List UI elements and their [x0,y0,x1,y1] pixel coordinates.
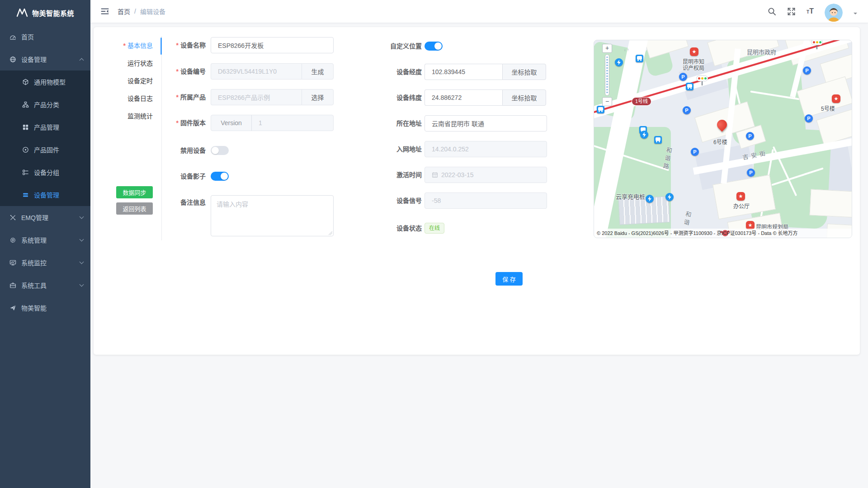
address-input[interactable] [425,115,547,131]
sidebar-item-system-mgmt[interactable]: 系统管理 [0,229,90,251]
tab-label: 监测统计 [127,113,153,120]
firmware-prefix: Version [211,115,252,131]
sidebar-item-system-tools[interactable]: 系统工具 [0,274,90,296]
tab-device-log[interactable]: 设备日志 [94,90,153,108]
tab-run-status[interactable]: 运行状态 [94,55,153,72]
activated-value: 2022-03-15 [441,171,474,178]
sidebar-item-product-firmware[interactable]: 产品固件 [0,138,90,161]
custom-location-switch[interactable] [425,42,443,51]
required-asterisk: * [176,42,179,49]
sidebar-item-product-mgmt[interactable]: 产品管理 [0,116,90,138]
switch-knob [221,173,228,180]
parking-icon: P [683,106,691,114]
required-asterisk: * [176,94,179,101]
poi-label-charging: 云享充电桩 [616,192,645,201]
app-title: 物美智能系统 [32,8,74,18]
sidebar-item-device-group[interactable]: 设备分组 [0,161,90,183]
activated-input: 2022-03-15 [425,167,547,183]
baidu-map[interactable]: ↓ ↑ P P P P P P P ★ 昆明市知识产权局 ★ 5号楼 ★ 办公 [594,40,852,238]
sidebar-item-system-monitor[interactable]: 系统监控 [0,251,90,274]
parking-icon: P [805,114,813,122]
latitude-input[interactable] [425,89,502,106]
direction-arrows: ↓ ↑ [624,47,629,52]
custom-location-label: 自定义位置 [363,42,422,51]
required-asterisk: * [176,68,179,75]
sidebar-item-thing-model[interactable]: 通用物模型 [0,70,90,93]
gear-icon [9,236,16,244]
status-badge: 在线 [425,223,444,234]
ip-label: 入网地址 [363,145,422,154]
sidebar-item-label: EMQ管理 [21,213,48,222]
monitor-icon [9,259,16,266]
caret-down-icon[interactable] [854,13,857,16]
ip-value: 14.204.0.252 [432,145,469,153]
chevron-up-icon [80,58,84,62]
sitemap-icon [22,101,29,108]
product-group: 选择 [211,89,334,105]
traffic-light-icon [696,75,708,81]
sidebar-item-home[interactable]: 首页 [0,25,90,48]
remark-label: 备注信息 [151,198,206,207]
tab-monitor-stats[interactable]: 监测统计 [94,108,153,125]
logo-mark-icon [16,8,28,17]
ip-input: 14.204.0.252 [425,141,547,157]
app-screen: 物美智能系统 首页 设备管理 通用物模型 产品分类 产品管理 [0,0,868,488]
address-label: 所在地址 [363,119,422,128]
bars-icon [22,191,29,198]
tab-label: 基本信息 [127,42,153,49]
save-button[interactable]: 保 存 [495,272,523,286]
toolbox-icon [9,282,16,289]
product-input [211,89,302,105]
font-size-large: T [809,7,814,15]
sidebar-item-product-category[interactable]: 产品分类 [0,93,90,116]
pick-latitude-button[interactable]: 坐标拾取 [502,89,546,106]
pick-longitude-button[interactable]: 坐标拾取 [502,64,546,80]
breadcrumb-home[interactable]: 首页 [118,7,130,16]
edit-device-card: *基本信息 运行状态 设备定时 设备日志 监测统计 数据同步 返回列表 *设备名… [94,27,860,355]
traffic-light-icon [811,40,823,45]
font-size-icon[interactable]: TT [807,8,814,15]
disable-device-switch[interactable] [211,146,229,155]
map-zoom-in-button[interactable]: + [602,44,612,53]
sidebar-item-label: 首页 [21,32,34,41]
map-zoom-slider[interactable] [605,54,609,96]
parking-icon: P [746,132,754,140]
device-name-input[interactable] [211,37,334,53]
sidebar-submenu-device: 通用物模型 产品分类 产品管理 产品固件 设备分组 设备管理 [0,70,90,206]
group-icon [22,169,29,176]
sidebar-item-label: 系统监控 [21,258,47,267]
map-zoom-out-button[interactable]: − [602,97,612,106]
back-to-list-button[interactable]: 返回列表 [116,202,153,215]
charging-station-icon [640,131,648,139]
sidebar-item-emq[interactable]: EMQ管理 [0,206,90,229]
tab-basic-info[interactable]: *基本信息 [94,37,153,55]
signal-label: 设备信号 [363,196,422,205]
sidebar-collapse-icon[interactable] [100,7,109,16]
tab-label: 设备定时 [127,77,153,84]
avatar[interactable] [825,4,843,22]
fullscreen-icon[interactable] [787,7,796,16]
sidebar-item-wumei[interactable]: 物美智能 [0,296,90,319]
sidebar-item-device-list-active[interactable]: 设备管理 [0,183,90,206]
sidebar-item-label: 产品分类 [34,100,59,109]
select-product-button[interactable]: 选择 [302,89,334,105]
device-shadow-switch[interactable] [211,172,229,181]
globe-icon [9,56,16,63]
activated-label: 激活时间 [363,170,422,179]
search-icon[interactable] [768,7,776,16]
header-right: TT [768,1,868,22]
poi-star-icon: ★ [736,192,745,201]
sidebar-item-label: 设备管理 [21,55,47,64]
status-label: 设备状态 [363,224,422,233]
longitude-input[interactable] [425,64,502,80]
remark-textarea[interactable] [211,195,334,236]
generate-button[interactable]: 生成 [302,63,334,80]
device-no-label: *设备编号 [151,67,206,76]
sidebar-item-device-mgmt[interactable]: 设备管理 [0,48,90,70]
poi-star-icon: ★ [690,47,698,56]
signal-input: -58 [425,192,547,209]
data-sync-button[interactable]: 数据同步 [116,186,153,198]
parking-icon: P [803,66,811,75]
tab-device-timer[interactable]: 设备定时 [94,72,153,90]
breadcrumb-separator: / [134,8,136,15]
